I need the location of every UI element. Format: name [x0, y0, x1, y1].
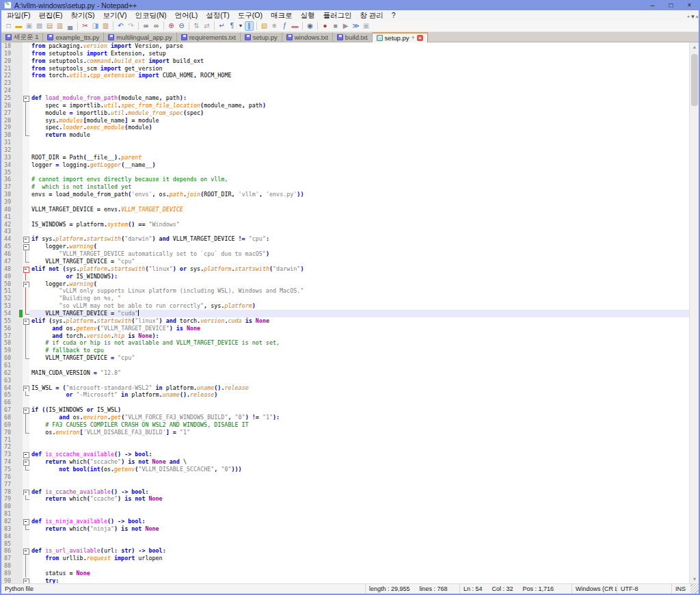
code-line-24[interactable]: 24 [1, 87, 689, 94]
monitoring-eye-icon[interactable]: ◉ [306, 21, 314, 31]
code-line-20[interactable]: 20from setuptools.command.build_ext impo… [1, 57, 689, 65]
document-list-icon[interactable]: ≡ [270, 21, 279, 31]
redo-icon[interactable]: ↷ [126, 21, 135, 31]
tab-4[interactable]: setup.py [241, 32, 282, 42]
code-line-66[interactable]: 66 [1, 399, 689, 406]
code-area[interactable]: 18from packaging.version import Version,… [1, 42, 689, 583]
close-file-icon[interactable]: ▤ [45, 21, 54, 31]
scroll-up-arrow-icon[interactable]: ▲ [690, 42, 699, 51]
code-line-86[interactable]: 86def is_url_available(url: str) -> bool… [1, 547, 689, 555]
code-line-56[interactable]: 56 and os.getenv("VLLM_TARGET_DEVICE") i… [1, 325, 689, 332]
code-line-64[interactable]: 64IS_WSL = ("microsoft-standard-WSL2" in… [1, 384, 689, 392]
close-all-icon[interactable]: ▥ [55, 21, 64, 31]
scroll-down-arrow-icon[interactable]: ▼ [690, 574, 699, 583]
code-line-72[interactable]: 72 [1, 443, 689, 451]
code-line-82[interactable]: 82def is_ninja_available() -> bool: [1, 518, 689, 525]
tab-2[interactable]: multilingual_app.py [104, 32, 176, 42]
menu-item-2[interactable]: 찾기(S) [66, 10, 98, 21]
code-line-30[interactable]: 30 return module [1, 131, 689, 139]
fold-collapse-icon[interactable] [23, 384, 29, 392]
menu-item-10[interactable]: 플러그인 [319, 10, 355, 21]
close-button[interactable]: × [680, 1, 699, 10]
code-line-54[interactable]: 54 VLLM_TARGET_DEVICE = "cuda" [1, 310, 689, 317]
code-line-33[interactable]: 33ROOT_DIR = Path(__file__).parent [1, 154, 689, 161]
menu-item-0[interactable]: 파일(F) [3, 10, 34, 21]
code-line-39[interactable]: 39 [1, 198, 689, 206]
find-icon[interactable]: ∞ [142, 21, 150, 31]
code-line-49[interactable]: 49 or IS_WINDOWS): [1, 273, 689, 280]
code-line-69[interactable]: 69 # FA3 CAUSES COMPILER CRASH ON WSL2 A… [1, 421, 689, 429]
fold-collapse-icon[interactable] [23, 547, 29, 555]
fold-collapse-icon[interactable] [23, 458, 29, 466]
code-line-84[interactable]: 84 [1, 533, 689, 540]
code-line-60[interactable]: 60 VLLM_TARGET_DEVICE = "cpu" [1, 354, 689, 362]
menu-item-12[interactable]: ? [388, 10, 400, 21]
tab-close-icon[interactable]: × [417, 35, 423, 41]
code-line-38[interactable]: 38envs = load_module_from_path('envs', o… [1, 191, 689, 198]
open-file-icon[interactable]: ▬ [14, 21, 23, 31]
code-line-65[interactable]: 65 or "-Microsoft" in platform.uname().r… [1, 391, 689, 399]
status-encoding[interactable]: UTF-8 [617, 584, 671, 594]
code-line-57[interactable]: 57 and torch.version.hip is None): [1, 332, 689, 340]
cut-icon[interactable]: ✂ [81, 21, 90, 31]
code-line-53[interactable]: 53 "so vLLM may not be able to run corre… [1, 302, 689, 310]
menu-item-1[interactable]: 편집(E) [34, 10, 66, 21]
maximize-button[interactable]: □ [662, 1, 680, 10]
code-line-80[interactable]: 80 [1, 503, 689, 510]
code-line-74[interactable]: 74 return which("sccache") is not None a… [1, 458, 689, 466]
save-icon[interactable]: ▣ [25, 21, 33, 31]
code-line-83[interactable]: 83 return which("ninja") is not None [1, 525, 689, 533]
fold-collapse-icon[interactable] [23, 518, 29, 525]
fold-collapse-icon[interactable] [23, 317, 29, 325]
tab-6[interactable]: build.txt [333, 32, 373, 42]
print-icon[interactable]: ▄ [66, 21, 75, 31]
zoom-in-icon[interactable]: ⊕ [167, 21, 176, 31]
document-map-icon[interactable]: ▧ [260, 21, 269, 31]
code-line-61[interactable]: 61 [1, 362, 689, 369]
code-line-52[interactable]: 52 "Building on %s, " [1, 295, 689, 302]
menu-item-3[interactable]: 보기(V) [98, 10, 131, 21]
replace-icon[interactable]: ∞ [152, 21, 161, 31]
code-line-31[interactable]: 31 [1, 139, 689, 146]
code-line-42[interactable]: 42IS_WINDOWS = platform.system() == "Win… [1, 221, 689, 228]
code-line-36[interactable]: 36# cannot import envs directly because … [1, 176, 689, 183]
code-line-88[interactable]: 88 [1, 562, 689, 570]
menu-item-4[interactable]: 인코딩(N) [131, 10, 170, 21]
word-wrap-icon[interactable]: ↵ [217, 21, 226, 31]
vertical-scrollbar[interactable]: ▲ ▼ [689, 42, 699, 583]
macro-run-multiple-icon[interactable]: ≫ [351, 21, 360, 31]
code-line-43[interactable]: 43 [1, 228, 689, 235]
status-insert-mode[interactable]: INS [671, 584, 690, 594]
menu-item-7[interactable]: 도구(O) [234, 10, 267, 21]
code-line-45[interactable]: 45 logger.warning( [1, 243, 689, 250]
tab-0[interactable]: 새로운 1 [1, 32, 43, 42]
tab-pin-icon[interactable]: + [412, 35, 415, 41]
code-line-85[interactable]: 85 [1, 540, 689, 548]
code-line-46[interactable]: 46 "VLLM_TARGET_DEVICE automatically set… [1, 250, 689, 258]
code-line-62[interactable]: 62MAIN_CUDA_VERSION = "12.8" [1, 369, 689, 377]
save-all-icon[interactable]: ▩ [35, 21, 44, 31]
code-line-23[interactable]: 23 [1, 79, 689, 87]
code-line-78[interactable]: 78def is_ccache_available() -> bool: [1, 488, 689, 496]
menu-item-11[interactable]: 창 관리 [355, 10, 387, 21]
scrollbar-thumb[interactable] [691, 54, 698, 106]
code-line-55[interactable]: 55elif (sys.platform.startswith("linux")… [1, 317, 689, 325]
show-all-chars-dropdown-icon[interactable]: ▼ [238, 21, 243, 31]
code-line-44[interactable]: 44if sys.platform.startswith("darwin") a… [1, 235, 689, 243]
function-list-icon[interactable]: ƒ [280, 21, 289, 31]
code-line-90[interactable]: 90 try: [1, 577, 689, 583]
fold-collapse-icon[interactable] [23, 280, 29, 288]
fold-collapse-icon[interactable] [23, 235, 29, 243]
code-line-29[interactable]: 29 spec.loader.exec_module(module) [1, 124, 689, 131]
code-line-81[interactable]: 81 [1, 510, 689, 518]
close-tab-x-icon[interactable]: × [695, 14, 699, 20]
macro-stop-icon[interactable]: ■ [331, 21, 340, 31]
code-line-67[interactable]: 67if ((IS_WINDOWS or IS_WSL) [1, 406, 689, 414]
code-line-89[interactable]: 89 status = None [1, 570, 689, 577]
code-line-34[interactable]: 34logger = logging.getLogger(__name__) [1, 161, 689, 169]
code-line-32[interactable]: 32 [1, 146, 689, 154]
code-line-79[interactable]: 79 return which("ccache") is not None [1, 495, 689, 503]
status-eol-format[interactable]: Windows (CR LF) [571, 584, 617, 594]
copy-icon[interactable]: ◨ [91, 21, 100, 31]
sync-scroll-v-icon[interactable]: ⇅ [192, 21, 201, 31]
